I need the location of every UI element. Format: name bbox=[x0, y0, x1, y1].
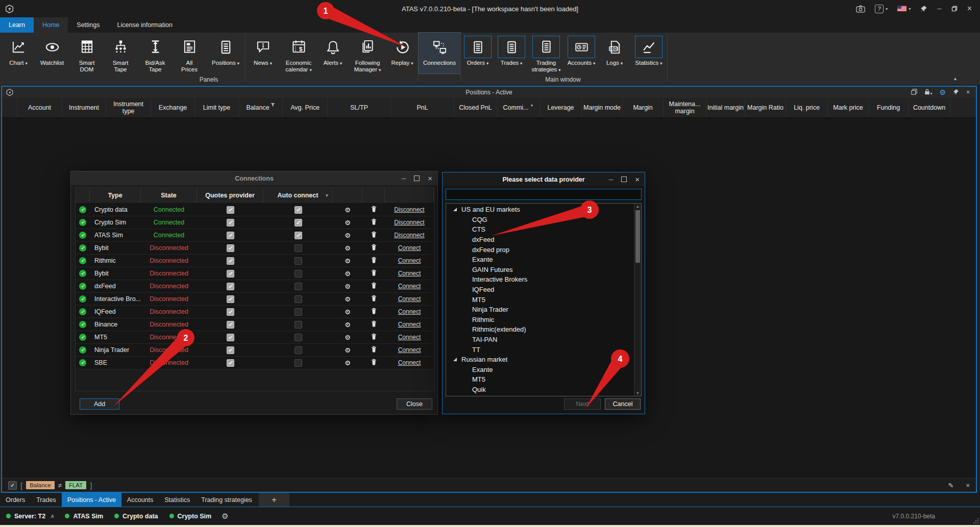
quotes-provider-checkbox[interactable]: ✓ bbox=[227, 359, 234, 367]
auto-connect-checkbox[interactable] bbox=[295, 270, 302, 278]
add-connection-button[interactable]: Add bbox=[80, 398, 119, 410]
quotes-provider-checkbox[interactable]: ✓ bbox=[227, 321, 234, 329]
filter-balance-badge[interactable]: Balance bbox=[26, 481, 55, 489]
language-menu[interactable]: ▾ bbox=[897, 6, 911, 12]
quotes-provider-checkbox[interactable]: ✓ bbox=[227, 346, 234, 354]
row-delete-icon[interactable] bbox=[371, 308, 377, 316]
status-connection-crypto-sim[interactable]: Crypto Sim bbox=[169, 513, 212, 520]
auto-connect-checkbox[interactable]: ✓ bbox=[295, 206, 302, 214]
tree-item-rithmic-extended[interactable]: Rithmic(extended) bbox=[446, 324, 634, 335]
ribbon-button-trades[interactable]: Trades▾ bbox=[495, 33, 528, 73]
row-settings-icon[interactable]: ⚙ bbox=[345, 206, 351, 214]
row-settings-icon[interactable]: ⚙ bbox=[345, 270, 351, 278]
connections-settings-icon[interactable]: ⚙ bbox=[222, 512, 228, 521]
ribbon-button-statistics[interactable]: Statistics▾ bbox=[630, 33, 667, 73]
auto-connect-checkbox[interactable] bbox=[295, 359, 302, 367]
pos-col-commi[interactable]: Commi...▲ bbox=[497, 98, 540, 117]
row-delete-icon[interactable] bbox=[371, 206, 377, 214]
server-expand-icon[interactable]: ∧ bbox=[50, 513, 54, 519]
row-delete-icon[interactable] bbox=[371, 333, 377, 341]
tree-item-iqfeed[interactable]: IQFeed bbox=[446, 285, 634, 295]
connections-dialog-titlebar[interactable]: Connections ─ × bbox=[71, 171, 437, 185]
quotes-provider-checkbox[interactable]: ✓ bbox=[227, 334, 234, 341]
tree-item-exante[interactable]: Exante bbox=[446, 255, 634, 265]
tree-scrollbar[interactable]: ▲ ▼ bbox=[634, 204, 641, 396]
ribbon-button-smart-tape[interactable]: Smart Tape bbox=[103, 33, 138, 73]
ribbon-button-economic-calendar[interactable]: $Economic calendar▾ bbox=[280, 33, 317, 73]
row-action-link[interactable]: Connect bbox=[398, 359, 421, 366]
row-settings-icon[interactable]: ⚙ bbox=[345, 244, 351, 252]
ribbon-button-accounts[interactable]: Accounts▾ bbox=[564, 33, 599, 73]
pin-window-icon[interactable] bbox=[920, 5, 927, 12]
quotes-provider-checkbox[interactable]: ✓ bbox=[227, 244, 234, 252]
row-delete-icon[interactable] bbox=[371, 282, 377, 290]
auto-connect-checkbox[interactable]: ✓ bbox=[295, 232, 302, 239]
pos-col-sl-tp[interactable]: SL/TP bbox=[328, 98, 391, 117]
auto-connect-checkbox[interactable] bbox=[295, 244, 302, 252]
workspace-tab-statistics[interactable]: Statistics bbox=[159, 493, 195, 507]
panel-settings-icon[interactable]: ⚙ bbox=[939, 88, 946, 96]
row-settings-icon[interactable]: ⚙ bbox=[345, 359, 351, 367]
row-settings-icon[interactable]: ⚙ bbox=[345, 295, 351, 303]
close-button[interactable]: × bbox=[967, 4, 972, 13]
row-settings-icon[interactable]: ⚙ bbox=[345, 334, 351, 341]
ribbon-button-replay[interactable]: Replay▾ bbox=[386, 33, 418, 73]
scroll-up-icon[interactable]: ▲ bbox=[634, 205, 641, 208]
pos-col-avg-price[interactable]: Avg. Price bbox=[283, 98, 328, 117]
tree-item-dxfeed-prop[interactable]: dxFeed prop bbox=[446, 244, 634, 255]
ribbon-tab-learn[interactable]: Learn bbox=[0, 17, 34, 33]
row-delete-icon[interactable] bbox=[371, 257, 377, 265]
row-settings-icon[interactable]: ⚙ bbox=[345, 283, 351, 290]
tree-item-cts[interactable]: CTS bbox=[446, 224, 634, 235]
auto-connect-checkbox[interactable] bbox=[295, 346, 302, 354]
ribbon-button-chart[interactable]: Chart▾ bbox=[3, 33, 34, 73]
pos-col-leverage[interactable]: Leverage bbox=[540, 98, 582, 117]
workspace-tab-trading-strategies[interactable]: Trading strategies bbox=[195, 493, 258, 507]
tree-item-quik[interactable]: Quik bbox=[446, 385, 634, 395]
add-tab-button[interactable]: + bbox=[259, 493, 289, 507]
quotes-provider-checkbox[interactable]: ✓ bbox=[227, 232, 234, 239]
ribbon-tab-settings[interactable]: Settings bbox=[68, 17, 108, 33]
resize-grip[interactable] bbox=[973, 518, 978, 523]
ribbon-button-positions[interactable]: Positions▾ bbox=[206, 33, 245, 73]
close-filter-icon[interactable]: × bbox=[966, 482, 970, 489]
pos-col-mark-price[interactable]: Mark price bbox=[828, 98, 869, 117]
quotes-provider-checkbox[interactable]: ✓ bbox=[227, 257, 234, 265]
ribbon-button-smart-dom[interactable]: Smart DOM bbox=[70, 33, 103, 73]
maximize-dialog-icon[interactable] bbox=[621, 177, 627, 182]
status-connection-atas-sim[interactable]: ATAS Sim bbox=[65, 513, 103, 520]
auto-connect-checkbox[interactable] bbox=[295, 334, 302, 341]
help-menu[interactable]: ?▾ bbox=[875, 5, 888, 13]
tree-item-interactive-brokers[interactable]: Interactive Brokers bbox=[446, 274, 634, 285]
workspace-tab-accounts[interactable]: Accounts bbox=[121, 493, 159, 507]
row-delete-icon[interactable] bbox=[371, 359, 377, 367]
row-action-link[interactable]: Disconnect bbox=[394, 219, 424, 226]
ribbon-button-alerts[interactable]: Alerts▾ bbox=[317, 33, 349, 73]
row-delete-icon[interactable] bbox=[371, 346, 377, 354]
tree-group-russian-market[interactable]: Russian market bbox=[446, 355, 634, 365]
quotes-provider-checkbox[interactable]: ✓ bbox=[227, 283, 234, 290]
close-dialog-button[interactable]: Close bbox=[397, 398, 432, 410]
quotes-provider-checkbox[interactable]: ✓ bbox=[227, 295, 234, 303]
row-settings-icon[interactable]: ⚙ bbox=[345, 308, 351, 316]
pos-col-liq-price[interactable]: Liq. price bbox=[786, 98, 828, 117]
row-delete-icon[interactable] bbox=[371, 269, 377, 278]
provider-search-input[interactable] bbox=[446, 189, 642, 200]
provider-dialog-titlebar[interactable]: Please select data provider ─ × bbox=[443, 172, 645, 186]
next-button[interactable]: Next bbox=[564, 398, 601, 410]
row-action-link[interactable]: Disconnect bbox=[394, 206, 424, 213]
pos-col-account[interactable]: Account bbox=[17, 98, 62, 117]
tree-group-us-and-eu-markets[interactable]: US and EU markets bbox=[446, 205, 634, 215]
tree-item-ninja-trader[interactable]: Ninja Trader bbox=[446, 305, 634, 315]
tree-item-dxfeed[interactable]: dxFeed bbox=[446, 235, 634, 245]
server-status[interactable]: Server: T2 ∧ bbox=[6, 513, 54, 520]
ribbon-collapse-icon[interactable]: ▴ bbox=[954, 76, 957, 81]
minimize-button[interactable]: ─ bbox=[937, 5, 942, 12]
tree-item-tt[interactable]: TT bbox=[446, 344, 634, 355]
cancel-button[interactable]: Cancel bbox=[605, 398, 641, 410]
row-settings-icon[interactable]: ⚙ bbox=[345, 321, 351, 329]
conn-col-type[interactable]: Type bbox=[90, 188, 141, 203]
ribbon-button-news[interactable]: News▾ bbox=[246, 33, 280, 73]
conn-col-state[interactable]: State bbox=[141, 188, 197, 203]
workspace-tab-trades[interactable]: Trades bbox=[31, 493, 61, 507]
